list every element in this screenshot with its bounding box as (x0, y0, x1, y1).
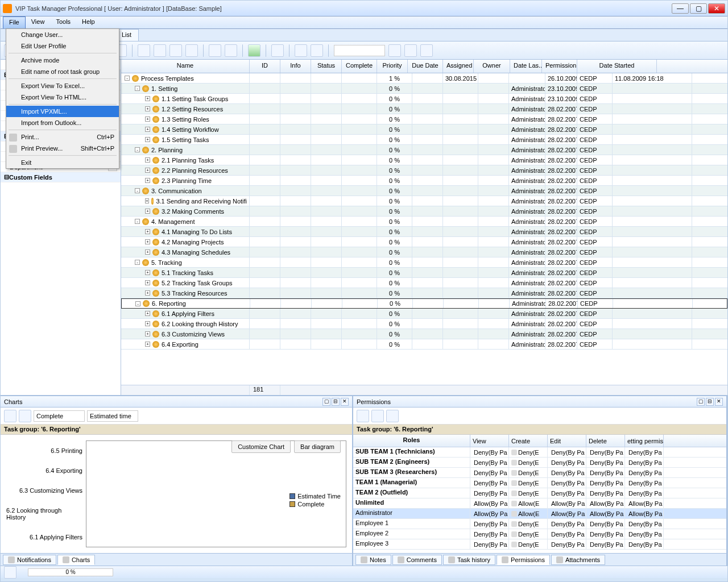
table-row[interactable]: -6. Reporting0 %Administrator28.02.2007C… (121, 298, 727, 309)
column-header[interactable]: etting permissio (625, 435, 664, 447)
expand-icon[interactable]: + (145, 331, 150, 336)
bottom-tab[interactable]: Comments (392, 555, 442, 565)
expand-icon[interactable]: + (145, 157, 150, 163)
permissions-row[interactable]: SUB TEAM 3 (Researchers)Deny(By PaDeny(E… (353, 468, 726, 478)
panel-close-icon[interactable]: ✕ (341, 398, 349, 406)
permissions-row[interactable]: SUB TEAM 2 (Engineers)Deny(By PaDeny(EDe… (353, 458, 726, 468)
expand-icon[interactable]: + (145, 342, 150, 347)
expand-icon[interactable]: + (145, 280, 150, 285)
expand-icon[interactable]: - (125, 76, 130, 81)
expand-icon[interactable]: + (145, 106, 150, 111)
bottom-tab[interactable]: Task history (443, 555, 495, 565)
expand-icon[interactable]: - (135, 219, 140, 224)
expand-icon[interactable]: + (145, 178, 150, 183)
table-row[interactable]: +6.2 Looking through History0 %Administr… (121, 319, 727, 329)
menu-help[interactable]: Help (76, 16, 101, 28)
table-row[interactable]: -2. Planning0 %Administrator28.02.2007CE… (121, 145, 727, 155)
table-row[interactable]: -Process Templates1 %30.08.201526.10.200… (121, 73, 727, 84)
expand-icon[interactable]: + (145, 239, 150, 244)
menu-view[interactable]: View (26, 16, 51, 28)
table-row[interactable]: +2.3 Planning Time0 %Administrator28.02.… (121, 176, 727, 186)
expand-icon[interactable]: - (135, 86, 140, 91)
column-header[interactable]: Roles (353, 435, 470, 447)
expand-icon[interactable]: + (145, 290, 150, 296)
toolbar-btn[interactable] (271, 44, 284, 57)
bar-diagram-button[interactable]: Bar diagram (294, 440, 341, 453)
permissions-row[interactable]: SUB TEAM 1 (Technicians)Deny(By PaDeny(E… (353, 447, 726, 458)
toolbar-btn[interactable] (295, 44, 307, 57)
table-row[interactable]: -1. Setting0 %Administrator23.10.2009CED… (121, 84, 727, 94)
permissions-row[interactable]: Employee 1Deny(By PaDeny(EDeny(By PaDeny… (353, 519, 726, 529)
panel-restore-icon[interactable]: ▢ (322, 398, 330, 406)
table-row[interactable]: +1.5 Setting Tasks0 %Administrator28.02.… (121, 135, 727, 145)
table-row[interactable]: +1.4 Setting Workflow0 %Administrator28.… (121, 124, 727, 135)
sidebar-item[interactable]: ⊟ Custom Fields (1, 172, 121, 182)
bottom-tab[interactable]: Notes (355, 555, 391, 565)
menu-item[interactable]: Edit name of root task group (6, 66, 119, 77)
toolbar-btn[interactable] (311, 44, 323, 57)
expand-icon[interactable]: + (145, 198, 149, 203)
permissions-row[interactable]: Employee 2Deny(By PaDeny(EDeny(By PaDeny… (353, 529, 726, 539)
table-row[interactable]: +4.2 Managing Projects0 %Administrator28… (121, 237, 727, 247)
permissions-row[interactable]: TEAM 2 (Outfield)Deny(By PaDeny(EDeny(By… (353, 488, 726, 498)
table-row[interactable]: +2.2 Planning Resources0 %Administrator2… (121, 165, 727, 176)
expand-icon[interactable]: + (145, 250, 150, 255)
expand-icon[interactable]: - (135, 188, 140, 193)
bottom-tab[interactable]: Permissions (497, 555, 550, 565)
permissions-body[interactable]: SUB TEAM 1 (Technicians)Deny(By PaDeny(E… (353, 447, 726, 553)
menu-item[interactable]: Print Preview...Shift+Ctrl+P (6, 143, 119, 154)
table-row[interactable]: +1.1 Setting Task Groups0 %Administrator… (121, 94, 727, 104)
bottom-tab[interactable]: Attachments (551, 555, 605, 565)
bottom-tab[interactable]: Notifications (3, 555, 56, 565)
column-header[interactable]: View (470, 435, 509, 447)
print-icon[interactable] (4, 410, 16, 422)
column-header[interactable]: Edit (548, 435, 586, 447)
expand-icon[interactable]: + (145, 96, 150, 101)
expand-icon[interactable]: + (145, 137, 150, 142)
menu-item[interactable]: Import VPXML... (6, 106, 119, 117)
table-row[interactable]: +6.4 Exporting0 %Administrator28.02.2007… (121, 339, 727, 350)
table-row[interactable]: +2.1 Planning Tasks0 %Administrator28.02… (121, 155, 727, 165)
menu-item[interactable]: Print...Ctrl+P (6, 131, 119, 143)
table-row[interactable]: -4. Management0 %Administrator28.02.2007… (121, 217, 727, 227)
column-header[interactable]: Date Started (577, 60, 657, 73)
toolbar-btn[interactable] (138, 44, 150, 57)
table-row[interactable]: +5.3 Tracking Resources0 %Administrator2… (121, 288, 727, 298)
column-header[interactable]: Complete (342, 60, 377, 73)
panel-close-icon[interactable]: ✕ (715, 398, 723, 406)
table-row[interactable]: +4.3 Managing Schedules0 %Administrator2… (121, 247, 727, 257)
toolbar-btn[interactable] (388, 44, 401, 57)
maximize-button[interactable]: ▢ (690, 3, 707, 14)
grid-body[interactable]: -Process Templates1 %30.08.201526.10.200… (121, 73, 727, 385)
column-header[interactable]: Create (509, 435, 548, 447)
expand-icon[interactable]: + (145, 311, 150, 316)
column-header[interactable]: Assigned (443, 60, 474, 73)
expand-icon[interactable]: - (135, 301, 140, 306)
table-row[interactable]: +1.2 Setting Resources0 %Administrator28… (121, 104, 727, 114)
menu-item[interactable]: Export View To Excel... (6, 80, 119, 92)
close-button[interactable]: ✕ (708, 3, 725, 14)
perm-toolbar-btn[interactable] (386, 410, 399, 422)
expand-icon[interactable]: + (145, 270, 150, 275)
column-header[interactable]: Name (121, 60, 250, 73)
minimize-button[interactable]: — (672, 3, 689, 14)
table-row[interactable]: +5.1 Tracking Tasks0 %Administrator28.02… (121, 268, 727, 278)
toolbar-btn[interactable] (154, 44, 166, 57)
expand-icon[interactable]: + (145, 209, 150, 214)
column-header[interactable]: Due Date (408, 60, 443, 73)
menu-item[interactable]: Export View To HTML... (6, 92, 119, 103)
column-header[interactable]: ID (250, 60, 280, 73)
menu-item[interactable]: Import from Outlook... (6, 117, 119, 128)
bottom-tab[interactable]: Charts (57, 555, 95, 565)
column-header[interactable]: Owner (474, 60, 510, 73)
expand-icon[interactable]: + (145, 127, 150, 132)
menu-item[interactable]: Change User... (6, 29, 119, 40)
column-header[interactable]: Permission (542, 60, 577, 73)
permissions-row[interactable]: UnlimitedAllow(By PaAllow(EAllow(By PaAl… (353, 498, 726, 509)
chart-select-1[interactable]: Complete (34, 410, 85, 422)
toolbar-btn[interactable] (169, 44, 182, 57)
menu-item[interactable]: Archive mode (6, 55, 119, 66)
chart-select-2[interactable]: Estimated time (87, 410, 138, 422)
column-header[interactable]: Date Las... (510, 60, 542, 73)
permissions-row[interactable]: TEAM 1 (Managerial)Deny(By PaDeny(EDeny(… (353, 478, 726, 488)
